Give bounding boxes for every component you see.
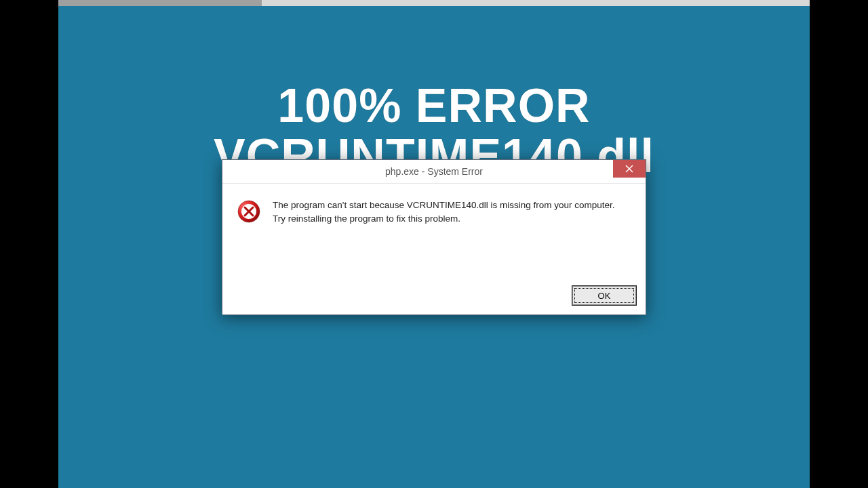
error-icon — [237, 200, 260, 223]
dialog-message: The program can't start because VCRUNTIM… — [273, 199, 632, 279]
dialog-footer: OK — [222, 286, 646, 314]
close-button[interactable] — [613, 160, 646, 178]
dialog-title: php.exe - System Error — [222, 166, 646, 177]
top-strip — [58, 0, 810, 6]
ok-button[interactable]: OK — [572, 286, 636, 305]
dialog-titlebar[interactable]: php.exe - System Error — [222, 160, 646, 184]
dialog-body: The program can't start because VCRUNTIM… — [222, 184, 646, 286]
close-icon — [625, 165, 633, 173]
error-dialog: php.exe - System Error — [222, 159, 646, 315]
